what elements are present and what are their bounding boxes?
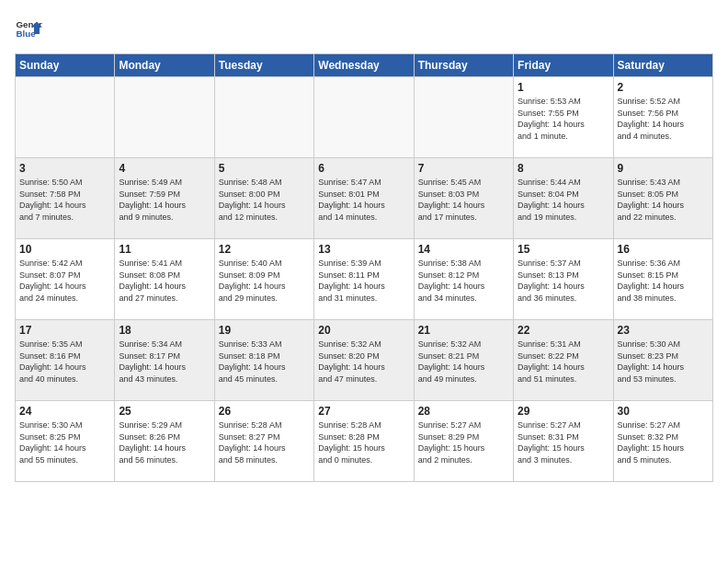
day-info: Sunrise: 5:50 AM Sunset: 7:58 PM Dayligh…: [19, 177, 110, 223]
day-info: Sunrise: 5:42 AM Sunset: 8:07 PM Dayligh…: [19, 258, 110, 304]
calendar-cell: [414, 77, 513, 158]
calendar-cell: [214, 77, 313, 158]
day-number: 4: [119, 162, 210, 175]
logo-icon: General Blue: [15, 15, 42, 42]
day-info: Sunrise: 5:43 AM Sunset: 8:05 PM Dayligh…: [618, 177, 709, 223]
day-info: Sunrise: 5:27 AM Sunset: 8:32 PM Dayligh…: [618, 419, 709, 465]
calendar-cell: 11Sunrise: 5:41 AM Sunset: 8:08 PM Dayli…: [115, 239, 214, 320]
calendar-cell: 27Sunrise: 5:28 AM Sunset: 8:28 PM Dayli…: [314, 401, 414, 482]
day-number: 29: [518, 405, 609, 418]
calendar-cell: 22Sunrise: 5:31 AM Sunset: 8:22 PM Dayli…: [514, 320, 613, 401]
day-number: 19: [219, 324, 310, 337]
day-number: 21: [418, 324, 509, 337]
day-number: 30: [618, 405, 709, 418]
calendar-cell: 15Sunrise: 5:37 AM Sunset: 8:13 PM Dayli…: [514, 239, 613, 320]
day-info: Sunrise: 5:27 AM Sunset: 8:31 PM Dayligh…: [518, 419, 609, 465]
day-info: Sunrise: 5:28 AM Sunset: 8:28 PM Dayligh…: [318, 419, 409, 465]
weekday-header-sunday: Sunday: [16, 54, 115, 77]
calendar-cell: 2Sunrise: 5:52 AM Sunset: 7:56 PM Daylig…: [613, 77, 712, 158]
calendar-cell: 17Sunrise: 5:35 AM Sunset: 8:16 PM Dayli…: [16, 320, 115, 401]
day-number: 23: [618, 324, 709, 337]
calendar-cell: 14Sunrise: 5:38 AM Sunset: 8:12 PM Dayli…: [414, 239, 513, 320]
calendar-cell: 6Sunrise: 5:47 AM Sunset: 8:01 PM Daylig…: [314, 158, 414, 239]
weekday-header-friday: Friday: [514, 54, 613, 77]
svg-text:Blue: Blue: [17, 29, 37, 39]
calendar-cell: 1Sunrise: 5:53 AM Sunset: 7:55 PM Daylig…: [514, 77, 613, 158]
calendar-header-row: SundayMondayTuesdayWednesdayThursdayFrid…: [16, 54, 713, 77]
day-number: 25: [119, 405, 210, 418]
calendar-cell: 23Sunrise: 5:30 AM Sunset: 8:23 PM Dayli…: [613, 320, 712, 401]
calendar-cell: 7Sunrise: 5:45 AM Sunset: 8:03 PM Daylig…: [414, 158, 513, 239]
calendar-table: SundayMondayTuesdayWednesdayThursdayFrid…: [15, 53, 713, 482]
day-info: Sunrise: 5:29 AM Sunset: 8:26 PM Dayligh…: [119, 419, 210, 465]
weekday-header-monday: Monday: [115, 54, 214, 77]
day-info: Sunrise: 5:35 AM Sunset: 8:16 PM Dayligh…: [19, 339, 110, 385]
day-info: Sunrise: 5:53 AM Sunset: 7:55 PM Dayligh…: [518, 96, 609, 142]
day-number: 17: [19, 324, 110, 337]
calendar-cell: [16, 77, 115, 158]
calendar-cell: 3Sunrise: 5:50 AM Sunset: 7:58 PM Daylig…: [16, 158, 115, 239]
calendar-week-row: 10Sunrise: 5:42 AM Sunset: 8:07 PM Dayli…: [16, 239, 713, 320]
day-number: 12: [219, 243, 310, 256]
day-number: 1: [518, 81, 609, 94]
day-info: Sunrise: 5:49 AM Sunset: 7:59 PM Dayligh…: [119, 177, 210, 223]
calendar-cell: 20Sunrise: 5:32 AM Sunset: 8:20 PM Dayli…: [314, 320, 414, 401]
calendar-week-row: 24Sunrise: 5:30 AM Sunset: 8:25 PM Dayli…: [16, 401, 713, 482]
calendar-cell: 21Sunrise: 5:32 AM Sunset: 8:21 PM Dayli…: [414, 320, 513, 401]
day-number: 18: [119, 324, 210, 337]
day-number: 8: [518, 162, 609, 175]
weekday-header-thursday: Thursday: [414, 54, 513, 77]
calendar-cell: 25Sunrise: 5:29 AM Sunset: 8:26 PM Dayli…: [115, 401, 214, 482]
day-info: Sunrise: 5:28 AM Sunset: 8:27 PM Dayligh…: [219, 419, 310, 465]
calendar-week-row: 17Sunrise: 5:35 AM Sunset: 8:16 PM Dayli…: [16, 320, 713, 401]
weekday-header-tuesday: Tuesday: [214, 54, 313, 77]
logo: General Blue: [15, 15, 50, 42]
day-info: Sunrise: 5:48 AM Sunset: 8:00 PM Dayligh…: [219, 177, 310, 223]
day-number: 14: [418, 243, 509, 256]
day-info: Sunrise: 5:34 AM Sunset: 8:17 PM Dayligh…: [119, 339, 210, 385]
day-info: Sunrise: 5:30 AM Sunset: 8:23 PM Dayligh…: [618, 339, 709, 385]
day-number: 22: [518, 324, 609, 337]
day-info: Sunrise: 5:45 AM Sunset: 8:03 PM Dayligh…: [418, 177, 509, 223]
calendar-cell: 9Sunrise: 5:43 AM Sunset: 8:05 PM Daylig…: [613, 158, 712, 239]
day-info: Sunrise: 5:30 AM Sunset: 8:25 PM Dayligh…: [19, 419, 110, 465]
day-info: Sunrise: 5:32 AM Sunset: 8:21 PM Dayligh…: [418, 339, 509, 385]
page-header: General Blue: [15, 15, 713, 42]
day-info: Sunrise: 5:44 AM Sunset: 8:04 PM Dayligh…: [518, 177, 609, 223]
day-number: 24: [19, 405, 110, 418]
day-number: 9: [618, 162, 709, 175]
day-number: 11: [119, 243, 210, 256]
day-info: Sunrise: 5:52 AM Sunset: 7:56 PM Dayligh…: [618, 96, 709, 142]
day-number: 3: [19, 162, 110, 175]
calendar-cell: 12Sunrise: 5:40 AM Sunset: 8:09 PM Dayli…: [214, 239, 313, 320]
day-number: 10: [19, 243, 110, 256]
day-number: 20: [318, 324, 409, 337]
calendar-cell: 4Sunrise: 5:49 AM Sunset: 7:59 PM Daylig…: [115, 158, 214, 239]
day-info: Sunrise: 5:27 AM Sunset: 8:29 PM Dayligh…: [418, 419, 509, 465]
day-info: Sunrise: 5:33 AM Sunset: 8:18 PM Dayligh…: [219, 339, 310, 385]
day-number: 26: [219, 405, 310, 418]
calendar-cell: [115, 77, 214, 158]
calendar-week-row: 1Sunrise: 5:53 AM Sunset: 7:55 PM Daylig…: [16, 77, 713, 158]
calendar-cell: 26Sunrise: 5:28 AM Sunset: 8:27 PM Dayli…: [214, 401, 313, 482]
day-number: 16: [618, 243, 709, 256]
calendar-cell: 5Sunrise: 5:48 AM Sunset: 8:00 PM Daylig…: [214, 158, 313, 239]
day-info: Sunrise: 5:38 AM Sunset: 8:12 PM Dayligh…: [418, 258, 509, 304]
day-info: Sunrise: 5:36 AM Sunset: 8:15 PM Dayligh…: [618, 258, 709, 304]
calendar-cell: 8Sunrise: 5:44 AM Sunset: 8:04 PM Daylig…: [514, 158, 613, 239]
calendar-cell: 29Sunrise: 5:27 AM Sunset: 8:31 PM Dayli…: [514, 401, 613, 482]
calendar-cell: 13Sunrise: 5:39 AM Sunset: 8:11 PM Dayli…: [314, 239, 414, 320]
calendar-week-row: 3Sunrise: 5:50 AM Sunset: 7:58 PM Daylig…: [16, 158, 713, 239]
day-number: 2: [618, 81, 709, 94]
day-number: 28: [418, 405, 509, 418]
day-info: Sunrise: 5:40 AM Sunset: 8:09 PM Dayligh…: [219, 258, 310, 304]
day-number: 27: [318, 405, 409, 418]
day-number: 6: [318, 162, 409, 175]
day-number: 13: [318, 243, 409, 256]
day-info: Sunrise: 5:37 AM Sunset: 8:13 PM Dayligh…: [518, 258, 609, 304]
calendar-cell: 18Sunrise: 5:34 AM Sunset: 8:17 PM Dayli…: [115, 320, 214, 401]
calendar-cell: 24Sunrise: 5:30 AM Sunset: 8:25 PM Dayli…: [16, 401, 115, 482]
day-info: Sunrise: 5:41 AM Sunset: 8:08 PM Dayligh…: [119, 258, 210, 304]
weekday-header-wednesday: Wednesday: [314, 54, 414, 77]
day-info: Sunrise: 5:47 AM Sunset: 8:01 PM Dayligh…: [318, 177, 409, 223]
